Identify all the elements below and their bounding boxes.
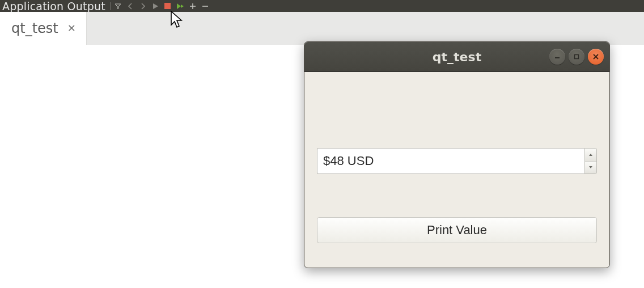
ide-output-toolbar: Application Output	[0, 0, 644, 12]
minimize-button[interactable]	[549, 49, 565, 65]
svg-rect-0	[164, 3, 171, 9]
svg-rect-1	[575, 55, 579, 59]
window-controls	[549, 49, 604, 65]
run-all-icon[interactable]	[176, 2, 184, 10]
spinbox-buttons	[584, 148, 597, 174]
close-button[interactable]	[588, 49, 604, 65]
qt-test-window: qt_test Print Value	[304, 41, 610, 268]
next-icon[interactable]	[139, 2, 147, 10]
spinbox-up-button[interactable]	[585, 149, 596, 162]
output-panel-title: Application Output	[2, 0, 105, 12]
zoom-in-icon[interactable]	[189, 2, 197, 10]
stop-icon[interactable]	[164, 2, 172, 10]
tab-label: qt_test	[11, 20, 58, 36]
currency-spinbox	[317, 148, 597, 174]
window-body: Print Value	[304, 72, 609, 256]
currency-spinbox-input[interactable]	[317, 148, 584, 174]
print-value-button[interactable]: Print Value	[317, 217, 597, 243]
window-title: qt_test	[433, 50, 481, 64]
run-icon[interactable]	[151, 2, 159, 10]
zoom-out-icon[interactable]	[201, 2, 209, 10]
separator	[110, 2, 111, 10]
tab-qt-test[interactable]: qt_test ✕	[0, 12, 87, 45]
maximize-button[interactable]	[569, 49, 584, 65]
spinbox-down-button[interactable]	[585, 162, 596, 174]
output-tab-strip: qt_test ✕	[0, 12, 644, 45]
filter-icon[interactable]	[114, 2, 122, 10]
prev-icon[interactable]	[126, 2, 134, 10]
output-toolbar-icons	[114, 2, 209, 10]
tab-close-icon[interactable]: ✕	[67, 23, 76, 33]
window-titlebar[interactable]: qt_test	[304, 42, 609, 72]
